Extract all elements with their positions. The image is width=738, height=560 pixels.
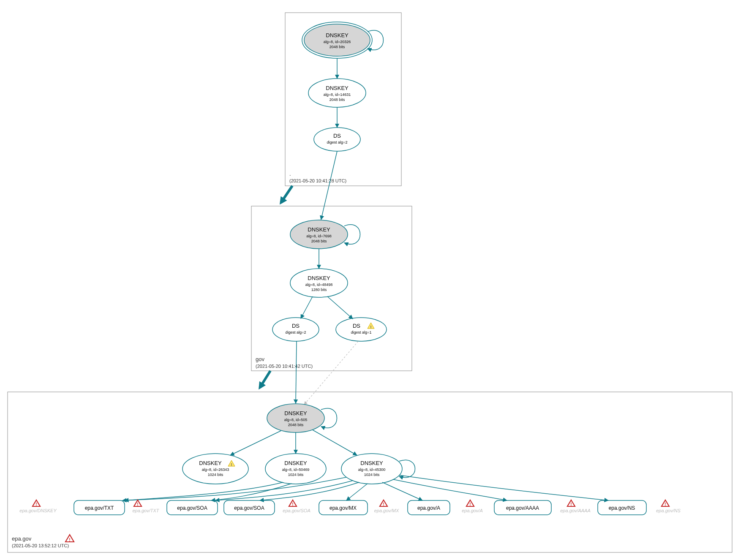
- edge-govds1-epaksk: [296, 341, 297, 403]
- svg-text:alg=8, id=48498: alg=8, id=48498: [305, 283, 333, 287]
- svg-text:1280 bits: 1280 bits: [311, 288, 327, 292]
- zone-label-root: .: [289, 171, 291, 177]
- err-icon: !: [567, 500, 575, 507]
- edge-rootds-govksk: [321, 151, 337, 220]
- svg-text:!: !: [664, 502, 666, 507]
- svg-text:epa.gov/A: epa.gov/A: [462, 508, 483, 513]
- zone-ts-gov: (2021-05-20 10:41:42 UTC): [256, 364, 313, 369]
- edge-zskc-mx: [346, 484, 368, 500]
- svg-text:DNSKEY: DNSKEY: [199, 460, 222, 466]
- svg-text:epa.gov/MX: epa.gov/MX: [330, 505, 357, 511]
- svg-text:alg=8, id=505: alg=8, id=505: [284, 418, 308, 422]
- edge-zskc-soa2: [260, 482, 359, 500]
- node-root-ksk[interactable]: DNSKEY alg=8, id=20326 2048 bits: [302, 22, 372, 58]
- zone-ts-epa: (2021-05-20 13:52:12 UTC): [12, 543, 69, 548]
- ghost-a: ! epa.gov/A: [462, 500, 483, 513]
- svg-text:epa.gov/NS: epa.gov/NS: [609, 505, 635, 511]
- svg-text:alg=8, id=20326: alg=8, id=20326: [324, 40, 351, 44]
- svg-text:DS: DS: [292, 323, 300, 329]
- zone-label-epa: epa.gov: [12, 536, 32, 542]
- err-icon-zone: !: [65, 535, 74, 542]
- svg-text:DNSKEY: DNSKEY: [308, 275, 330, 281]
- svg-text:2048 bits: 2048 bits: [330, 45, 345, 49]
- edge-zskb-txt: [125, 482, 283, 500]
- edge-epaksk-zska: [230, 431, 281, 455]
- err-icon: !: [289, 500, 297, 507]
- edge-zskc-a: [382, 482, 422, 500]
- rr-txt[interactable]: epa.gov/TXT: [74, 500, 125, 515]
- edge-zskc-aaaa: [393, 479, 507, 500]
- svg-text:DNSKEY: DNSKEY: [284, 460, 307, 466]
- edge-govds2-epaksk: [304, 341, 358, 405]
- svg-text:DNSKEY: DNSKEY: [284, 410, 307, 416]
- svg-text:digest alg=2: digest alg=2: [327, 140, 348, 144]
- svg-text:epa.gov/SOA: epa.gov/SOA: [283, 508, 310, 513]
- svg-text:epa.gov/DNSKEY: epa.gov/DNSKEY: [19, 508, 57, 513]
- svg-text:DS: DS: [353, 323, 360, 329]
- edge-epaksk-zskc: [313, 430, 357, 455]
- svg-text:epa.gov/SOA: epa.gov/SOA: [177, 505, 207, 511]
- ghost-dnskey: ! epa.gov/DNSKEY: [19, 500, 57, 513]
- node-epa-zsk-b[interactable]: DNSKEY alg=8, id=50469 1024 bits: [265, 454, 326, 484]
- svg-text:1024 bits: 1024 bits: [364, 473, 380, 477]
- err-icon: !: [466, 500, 474, 507]
- zone-ts-root: (2021-05-20 10:41:28 UTC): [289, 178, 346, 183]
- zone-label-gov: gov: [256, 356, 264, 362]
- svg-text:!: !: [469, 502, 471, 507]
- node-gov-ds1[interactable]: DS digest alg=2: [272, 318, 319, 341]
- svg-text:!: !: [137, 502, 138, 507]
- svg-text:1024 bits: 1024 bits: [288, 473, 304, 477]
- rr-soa-2[interactable]: epa.gov/SOA: [224, 500, 275, 515]
- svg-text:epa.gov/A: epa.gov/A: [417, 505, 440, 511]
- svg-text:!: !: [69, 538, 70, 542]
- svg-text:digest alg=1: digest alg=1: [351, 330, 372, 334]
- node-epa-zsk-a[interactable]: DNSKEY alg=8, id=26343 1024 bits !: [182, 454, 248, 484]
- svg-point-9: [314, 128, 360, 151]
- deleg-root-gov: [281, 186, 292, 203]
- svg-text:epa.gov/MX: epa.gov/MX: [374, 508, 399, 513]
- svg-point-20: [272, 318, 319, 341]
- rr-soa-1[interactable]: epa.gov/SOA: [167, 500, 218, 515]
- svg-text:2048 bits: 2048 bits: [330, 98, 345, 102]
- svg-text:alg=8, id=7698: alg=8, id=7698: [306, 234, 332, 238]
- node-epa-ksk[interactable]: DNSKEY alg=8, id=505 2048 bits: [267, 404, 324, 432]
- dnssec-diagram: . (2021-05-20 10:41:28 UTC) DNSKEY alg=8…: [0, 0, 738, 560]
- svg-text:1024 bits: 1024 bits: [208, 473, 223, 477]
- svg-text:DNSKEY: DNSKEY: [360, 460, 383, 466]
- edge-gov-zsk-ds1: [301, 296, 313, 318]
- svg-text:!: !: [383, 502, 384, 507]
- svg-text:2048 bits: 2048 bits: [311, 239, 327, 243]
- svg-text:DNSKEY: DNSKEY: [326, 32, 349, 38]
- ghost-ns: ! epa.gov/NS: [656, 500, 681, 513]
- svg-text:DNSKEY: DNSKEY: [326, 85, 349, 91]
- rr-aaaa[interactable]: epa.gov/AAAA: [494, 500, 551, 515]
- svg-point-23: [336, 318, 387, 341]
- rr-mx[interactable]: epa.gov/MX: [319, 500, 368, 515]
- svg-text:!: !: [35, 502, 37, 507]
- node-gov-zsk[interactable]: DNSKEY alg=8, id=48498 1280 bits: [290, 269, 348, 297]
- ghost-mx: ! epa.gov/MX: [374, 500, 399, 513]
- svg-text:DNSKEY: DNSKEY: [308, 226, 330, 233]
- rr-ns[interactable]: epa.gov/NS: [598, 500, 646, 515]
- svg-text:!: !: [370, 325, 372, 329]
- svg-text:epa.gov/NS: epa.gov/NS: [656, 508, 681, 513]
- rr-a[interactable]: epa.gov/A: [408, 500, 450, 515]
- err-icon: !: [33, 500, 40, 507]
- svg-text:epa.gov/TXT: epa.gov/TXT: [85, 505, 114, 511]
- svg-text:epa.gov/SOA: epa.gov/SOA: [234, 505, 264, 511]
- node-gov-ksk[interactable]: DNSKEY alg=8, id=7698 2048 bits: [290, 220, 348, 249]
- svg-text:2048 bits: 2048 bits: [288, 423, 304, 427]
- node-gov-ds2[interactable]: DS digest alg=1 !: [336, 318, 387, 341]
- svg-text:alg=8, id=50469: alg=8, id=50469: [282, 468, 310, 472]
- node-root-ds[interactable]: DS digest alg=2: [314, 128, 360, 151]
- ghost-aaaa: ! epa.gov/AAAA: [560, 500, 591, 513]
- edge-zskc-ns: [399, 475, 608, 500]
- edge-gov-zsk-ds2: [327, 296, 353, 319]
- svg-text:epa.gov/AAAA: epa.gov/AAAA: [506, 505, 539, 511]
- err-icon: !: [662, 500, 669, 507]
- node-root-zsk[interactable]: DNSKEY alg=8, id=14631 2048 bits: [308, 79, 366, 107]
- svg-text:alg=8, id=26343: alg=8, id=26343: [202, 468, 229, 472]
- svg-text:digest alg=2: digest alg=2: [286, 330, 306, 334]
- err-icon: !: [134, 500, 142, 507]
- ghost-txt: ! epa.gov/TXT: [133, 500, 160, 513]
